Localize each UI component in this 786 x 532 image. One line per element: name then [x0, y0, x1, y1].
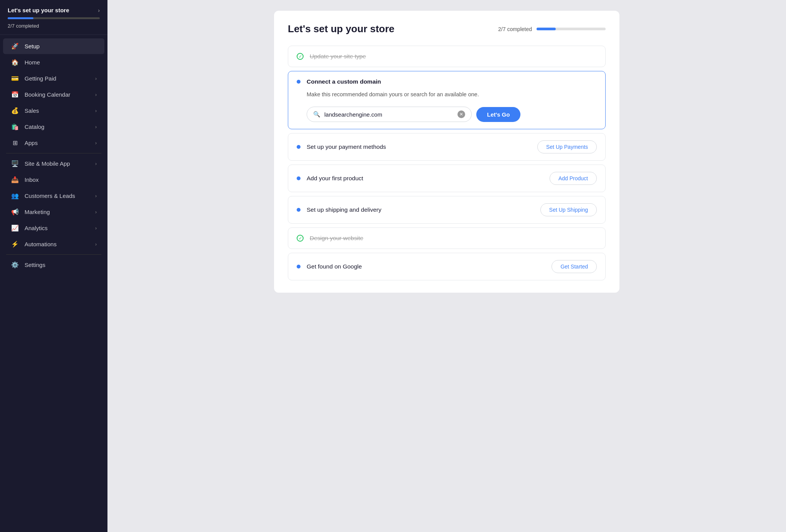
sidebar-setup-count: 2/7 completed [8, 23, 39, 29]
sidebar-setup-chevron: › [98, 7, 100, 13]
task-label-update-site-type: Update your site type [310, 53, 597, 60]
sidebar-item-label-analytics: Analytics [25, 225, 90, 231]
sidebar-item-chevron-getting-paid: › [95, 76, 97, 81]
task-label-google: Get found on Google [307, 263, 545, 270]
task-action-button-shipping[interactable]: Set Up Shipping [540, 203, 597, 216]
catalog-icon: 🛍️ [11, 123, 19, 130]
sidebar-item-customers-leads[interactable]: 👥Customers & Leads› [3, 188, 104, 204]
task-row-design-website: ✓Design your website [297, 235, 597, 242]
sidebar: Let's set up your store › 2/7 completed … [0, 0, 107, 532]
lets-go-button[interactable]: Let's Go [476, 107, 520, 122]
sidebar-item-label-settings: Settings [25, 262, 97, 268]
main-progress-row: 2/7 completed [498, 26, 606, 32]
main-title: Let's set up your store [288, 23, 395, 35]
sidebar-item-chevron-catalog: › [95, 124, 97, 130]
search-icon: 🔍 [313, 111, 320, 118]
main-content: Let's set up your store 2/7 completed ✓U… [107, 0, 786, 532]
inbox-icon: 📥 [11, 176, 19, 183]
task-row-payment-methods: Set up your payment methodsSet Up Paymen… [297, 140, 597, 153]
sidebar-item-apps[interactable]: ⊞Apps› [3, 135, 104, 151]
customers-leads-icon: 👥 [11, 192, 19, 199]
task-description-connect-domain: Make this recommended domain yours or se… [297, 91, 479, 100]
sidebar-item-inbox[interactable]: 📥Inbox [3, 172, 104, 188]
task-dot-shipping [297, 208, 301, 212]
task-label-connect-domain: Connect a custom domain [307, 78, 597, 85]
sidebar-item-chevron-automations: › [95, 242, 97, 247]
sidebar-item-automations[interactable]: ⚡Automations› [3, 236, 104, 252]
task-row-shipping: Set up shipping and deliverySet Up Shipp… [297, 203, 597, 216]
marketing-icon: 📢 [11, 208, 19, 216]
task-item-shipping: Set up shipping and deliverySet Up Shipp… [288, 196, 606, 224]
sidebar-item-analytics[interactable]: 📈Analytics› [3, 220, 104, 236]
task-item-connect-domain: Connect a custom domainMake this recomme… [288, 71, 606, 129]
main-progress-bg [537, 28, 606, 30]
task-row-update-site-type: ✓Update your site type [297, 53, 597, 60]
sidebar-item-label-inbox: Inbox [25, 176, 97, 183]
sidebar-item-chevron-customers-leads: › [95, 193, 97, 199]
sidebar-item-label-site-mobile: Site & Mobile App [25, 160, 90, 167]
sidebar-item-chevron-marketing: › [95, 209, 97, 215]
sidebar-item-site-mobile[interactable]: 🖥️Site & Mobile App› [3, 156, 104, 171]
task-item-design-website: ✓Design your website [288, 227, 606, 249]
sidebar-item-label-marketing: Marketing [25, 209, 90, 215]
task-dot-payment-methods [297, 145, 301, 149]
task-item-first-product: Add your first productAdd Product [288, 165, 606, 192]
sidebar-item-chevron-analytics: › [95, 226, 97, 231]
sidebar-item-booking-calendar[interactable]: 📅Booking Calendar› [3, 87, 104, 102]
sidebar-item-label-booking-calendar: Booking Calendar [25, 91, 90, 98]
sidebar-nav: 🚀Setup🏠Home💳Getting Paid›📅Booking Calend… [0, 35, 107, 532]
sidebar-item-label-customers-leads: Customers & Leads [25, 193, 90, 199]
task-dot-connect-domain [297, 80, 301, 84]
task-check-design-website: ✓ [297, 235, 304, 242]
main-progress-label: 2/7 completed [498, 26, 532, 32]
sidebar-divider [6, 153, 101, 153]
sidebar-item-marketing[interactable]: 📢Marketing› [3, 204, 104, 220]
sidebar-item-setup[interactable]: 🚀Setup [3, 38, 104, 54]
sidebar-item-chevron-apps: › [95, 140, 97, 146]
sidebar-setup-title: Let's set up your store [8, 7, 69, 13]
task-action-button-first-product[interactable]: Add Product [550, 172, 597, 185]
sidebar-item-catalog[interactable]: 🛍️Catalog› [3, 119, 104, 135]
task-label-payment-methods: Set up your payment methods [307, 143, 531, 150]
task-dot-google [297, 265, 301, 268]
sidebar-item-getting-paid[interactable]: 💳Getting Paid› [3, 71, 104, 86]
automations-icon: ⚡ [11, 240, 19, 248]
task-label-shipping: Set up shipping and delivery [307, 206, 534, 213]
sidebar-item-chevron-site-mobile: › [95, 161, 97, 166]
sidebar-item-settings[interactable]: ⚙️Settings [3, 257, 104, 273]
task-item-payment-methods: Set up your payment methodsSet Up Paymen… [288, 133, 606, 161]
domain-search-clear-button[interactable]: ✕ [457, 110, 465, 118]
sidebar-divider [6, 254, 101, 255]
getting-paid-icon: 💳 [11, 75, 19, 82]
task-item-google: Get found on GoogleGet Started [288, 253, 606, 280]
sales-icon: 💰 [11, 107, 19, 114]
main-card: Let's set up your store 2/7 completed ✓U… [274, 11, 619, 293]
sidebar-item-sales[interactable]: 💰Sales› [3, 103, 104, 119]
sidebar-item-home[interactable]: 🏠Home [3, 54, 104, 70]
task-row-first-product: Add your first productAdd Product [297, 172, 597, 185]
task-search-row-connect-domain: 🔍✕Let's Go [297, 107, 597, 122]
task-label-first-product: Add your first product [307, 175, 543, 182]
sidebar-item-label-home: Home [25, 59, 97, 66]
task-row-connect-domain: Connect a custom domain [297, 78, 597, 85]
sidebar-setup-header[interactable]: Let's set up your store › 2/7 completed [0, 0, 107, 35]
sidebar-item-chevron-sales: › [95, 108, 97, 114]
main-progress-fill [537, 28, 556, 30]
sidebar-item-label-apps: Apps [25, 140, 90, 146]
domain-search-wrap: 🔍✕ [307, 107, 472, 122]
analytics-icon: 📈 [11, 224, 19, 232]
task-action-button-google[interactable]: Get Started [552, 260, 597, 273]
sidebar-item-chevron-booking-calendar: › [95, 92, 97, 97]
task-action-button-payment-methods[interactable]: Set Up Payments [537, 140, 597, 153]
task-list: ✓Update your site typeConnect a custom d… [288, 46, 606, 280]
settings-icon: ⚙️ [11, 261, 19, 268]
domain-search-input[interactable] [324, 111, 454, 118]
main-header: Let's set up your store 2/7 completed [288, 23, 606, 35]
home-icon: 🏠 [11, 59, 19, 66]
sidebar-item-label-automations: Automations [25, 241, 90, 247]
sidebar-item-label-getting-paid: Getting Paid [25, 75, 90, 82]
task-dot-first-product [297, 176, 301, 180]
sidebar-item-label-setup: Setup [25, 43, 97, 49]
site-mobile-icon: 🖥️ [11, 160, 19, 167]
task-row-google: Get found on GoogleGet Started [297, 260, 597, 273]
